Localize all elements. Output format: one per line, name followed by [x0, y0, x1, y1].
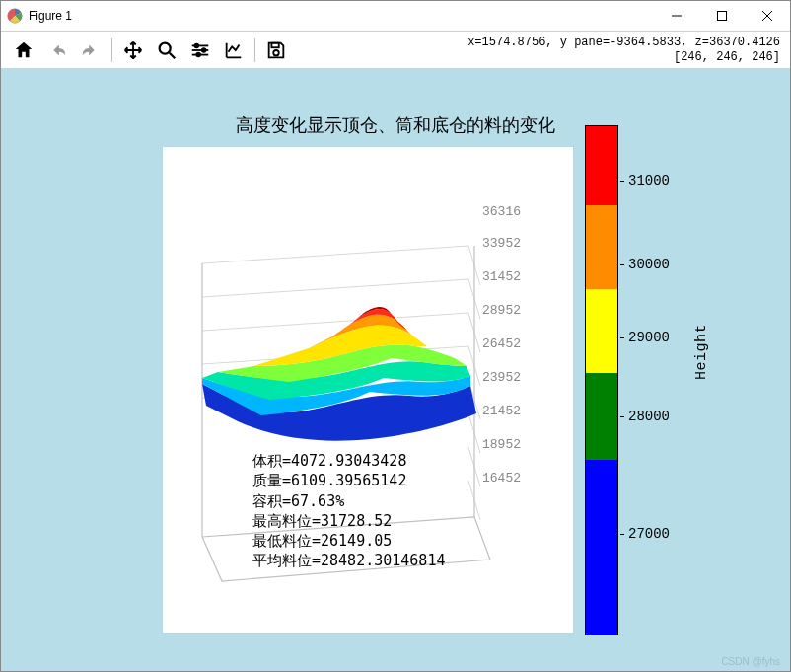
close-button[interactable]	[745, 1, 790, 31]
forward-button[interactable]	[74, 34, 108, 67]
svg-point-5	[160, 42, 171, 53]
z-tick: 31452	[482, 269, 521, 284]
svg-line-16	[202, 279, 468, 297]
z-tick: 21452	[482, 404, 521, 418]
coordinate-readout: x=1574.8756, y pane=-9364.5833, z=36370.…	[467, 36, 784, 64]
colorbar-tick: 29000	[628, 330, 670, 345]
colorbar-segment	[586, 289, 617, 373]
coord-xyz: x=1574.8756, y pane=-9364.5833, z=36370.…	[467, 36, 780, 49]
svg-line-6	[170, 52, 176, 58]
z-tick: 18952	[482, 437, 521, 452]
edit-axis-button[interactable]	[217, 34, 251, 67]
window-title: Figure 1	[29, 9, 654, 23]
colorbar-segment	[586, 126, 617, 205]
z-tick: 26452	[482, 336, 521, 351]
z-tick: 28952	[482, 303, 521, 318]
svg-rect-13	[271, 42, 278, 47]
z-tick: 16452	[482, 471, 521, 485]
colorbar-segment	[586, 205, 617, 289]
svg-point-11	[202, 48, 206, 52]
back-button[interactable]	[40, 34, 74, 67]
svg-line-17	[202, 313, 468, 331]
colorbar-segment	[586, 460, 617, 635]
svg-rect-2	[718, 12, 727, 21]
colorbar-segment	[586, 373, 617, 460]
colorbar-label: Height	[693, 324, 710, 380]
svg-point-14	[273, 50, 279, 56]
svg-line-15	[202, 246, 468, 263]
svg-point-12	[196, 52, 200, 56]
toolbar-separator	[254, 38, 255, 62]
colorbar-gradient	[585, 125, 618, 635]
svg-point-10	[195, 43, 199, 47]
zoom-button[interactable]	[150, 34, 183, 67]
coord-rgb: [246, 246, 246]	[467, 50, 780, 64]
maximize-button[interactable]	[699, 1, 745, 31]
z-tick: 33952	[482, 236, 521, 251]
colorbar-tick: 28000	[628, 409, 670, 424]
configure-subplots-button[interactable]	[183, 34, 217, 67]
home-button[interactable]	[7, 34, 40, 67]
pan-button[interactable]	[116, 34, 150, 67]
figure-canvas[interactable]: 高度变化显示顶仓、筒和底仓的料的变化	[1, 68, 790, 671]
save-button[interactable]	[259, 34, 293, 67]
colorbar-tick: 30000	[628, 257, 670, 272]
window-titlebar: Figure 1	[1, 1, 790, 31]
colorbar-tick: 31000	[628, 173, 670, 188]
minimize-button[interactable]	[654, 1, 699, 31]
colorbar-tick: 27000	[628, 526, 670, 542]
colorbar: 3100030000290002800027000 Height	[585, 125, 762, 635]
toolbar-separator	[111, 38, 112, 62]
z-tick: 36316	[482, 204, 521, 219]
watermark: CSDN @fyhs	[721, 656, 780, 667]
figure-toolbar: x=1574.8756, y pane=-9364.5833, z=36370.…	[1, 31, 790, 68]
window-buttons	[654, 1, 790, 31]
z-tick: 23952	[482, 370, 521, 385]
info-annotation: 体积=4072.93043428 质量=6109.39565142 容积=67.…	[252, 451, 445, 571]
matplotlib-icon	[7, 8, 23, 24]
